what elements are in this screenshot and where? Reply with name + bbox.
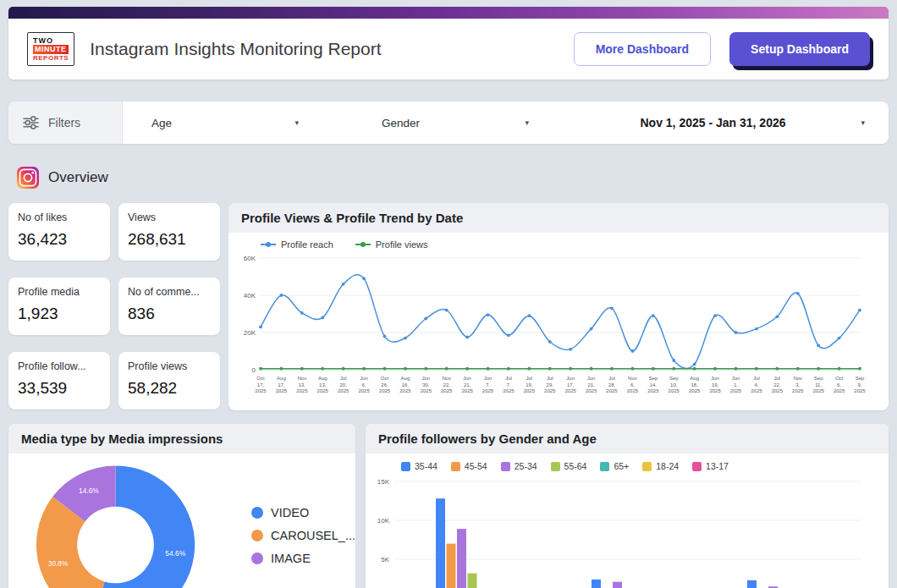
svg-text:2025: 2025 [317,388,329,393]
svg-text:Aug: Aug [401,376,410,381]
svg-text:2025: 2025 [544,388,556,393]
svg-text:11,: 11, [815,382,822,387]
gender-filter-dropdown[interactable]: Gender ▾ [307,102,537,144]
date-range-filter[interactable]: Nov 1, 2025 - Jan 31, 2026 ▾ [537,102,889,144]
svg-text:2025: 2025 [358,388,370,393]
kpi-value: 1,923 [18,305,101,323]
overview-grid: No of likes 36,423 Views 268,631 Profile… [8,203,889,410]
svg-text:7,: 7, [506,382,510,387]
svg-text:2025: 2025 [834,388,845,393]
svg-text:2025: 2025 [669,388,680,393]
kpi-value: 33,539 [18,379,101,398]
instagram-icon [17,167,39,189]
svg-text:Aug: Aug [318,376,327,381]
svg-text:2025: 2025 [524,388,536,393]
svg-text:2025: 2025 [296,388,308,393]
svg-text:2025: 2025 [379,388,391,393]
svg-text:4,: 4, [754,382,758,387]
svg-text:Nov: Nov [442,376,451,381]
filters-toggle[interactable]: Filters [8,102,123,144]
svg-text:22,: 22, [443,382,451,387]
svg-text:54.6%: 54.6% [165,549,185,558]
page-title: Instagram Insights Monitoring Report [90,39,381,59]
svg-text:19,: 19, [712,382,719,387]
svg-text:2025: 2025 [812,388,824,393]
bar-chart-legend: 35-44 45-54 25-34 55-64 65+ 18-24 13-17 [366,453,889,473]
age-filter-dropdown[interactable]: Age ▾ [123,102,307,144]
svg-text:Jun: Jun [421,376,430,381]
svg-text:2025: 2025 [421,388,432,393]
svg-text:30.8%: 30.8% [48,559,69,568]
svg-text:7,: 7, [486,382,490,387]
kpi-card-profile-views: Profile views 58,282 [118,352,220,409]
followers-grouped-bar-chart[interactable]: 5K10K15K [366,473,870,588]
svg-text:6,: 6, [630,382,635,387]
svg-text:2025: 2025 [338,388,349,393]
date-range-value: Nov 1, 2025 - Jan 31, 2026 [641,116,786,129]
overview-label: Overview [48,169,108,186]
legend-item-35-44: 35-44 [401,461,437,471]
legend-line-glyph [261,244,276,245]
svg-text:Jun: Jun [463,376,471,381]
svg-text:13,: 13, [319,382,327,387]
svg-text:Oct: Oct [381,376,389,381]
filters-label: Filters [48,116,80,129]
svg-text:Sep: Sep [649,376,658,381]
svg-text:Jul: Jul [340,376,347,381]
kpi-value: 36,423 [18,230,101,249]
logo-text-minute: MINUTE [33,45,69,53]
svg-text:1,: 1, [734,382,738,387]
svg-text:2025: 2025 [441,388,453,393]
svg-text:29,: 29, [547,382,554,387]
svg-text:Jun: Jun [566,376,575,381]
chevron-down-icon: ▾ [525,118,537,127]
svg-text:15K: 15K [377,478,390,486]
legend-item-profile-views: Profile views [355,239,428,250]
kpi-label: Views [128,212,211,223]
bottom-grid: Media type by Media impressions 54.6%30.… [8,424,889,588]
profile-trend-chart-card: Profile Views & Profile Trend by Date Pr… [228,203,889,410]
kpi-card-comments: No of comme... 836 [118,278,220,335]
more-dashboard-button[interactable]: More Dashboard [574,32,711,66]
legend-swatch [451,462,460,471]
setup-dashboard-button[interactable]: Setup Dashboard [729,32,870,66]
svg-text:17,: 17, [257,382,265,387]
donut-legend: VIDEO CAROUSEL_... IMAGE [251,506,355,565]
profile-trend-line-chart[interactable]: 020K40K60KOct17,2025Aug17,2025Nov13,2025… [228,251,872,408]
legend-item-45-54: 45-54 [451,461,487,471]
legend-swatch [600,462,609,471]
legend-item-55-64: 55-64 [551,461,587,471]
svg-text:2025: 2025 [482,388,494,393]
svg-text:60K: 60K [244,255,256,262]
line-chart-legend: Profile reach Profile views [228,233,889,251]
svg-text:2025: 2025 [255,388,267,393]
svg-text:10,: 10, [670,382,678,387]
kpi-label: Profile views [128,360,211,372]
filters-sliders-icon [23,116,39,129]
svg-text:2025: 2025 [792,388,804,393]
svg-text:2025: 2025 [689,388,701,393]
legend-item-25-34: 25-34 [501,461,537,471]
svg-text:2025: 2025 [461,388,473,393]
media-type-donut-chart[interactable]: 54.6%30.8%14.6% [32,460,199,588]
svg-text:Jul: Jul [753,376,760,381]
svg-text:2025: 2025 [709,388,721,393]
kpi-label: Profile media [18,286,101,298]
svg-text:0: 0 [252,366,256,374]
svg-text:26,: 26, [381,382,388,387]
svg-text:28,: 28, [608,382,616,387]
svg-text:3,: 3, [795,382,800,387]
legend-swatch [551,462,560,471]
kpi-value: 58,282 [128,379,211,398]
legend-item-video: VIDEO [251,506,355,519]
svg-text:Jun: Jun [732,376,740,381]
legend-item-13-17: 13-17 [692,461,729,471]
two-minute-reports-logo: TWO MINUTE REPORTS [27,32,74,66]
followers-gender-age-chart-card: Profile followers by Gender and Age 35-4… [366,424,889,588]
kpi-label: No of comme... [128,286,211,298]
logo-text-reports: REPORTS [33,54,69,62]
chevron-down-icon: ▾ [861,118,873,127]
svg-text:2025: 2025 [503,388,515,393]
svg-text:Jul: Jul [774,376,781,381]
kpi-label: Profile follow... [18,360,101,372]
